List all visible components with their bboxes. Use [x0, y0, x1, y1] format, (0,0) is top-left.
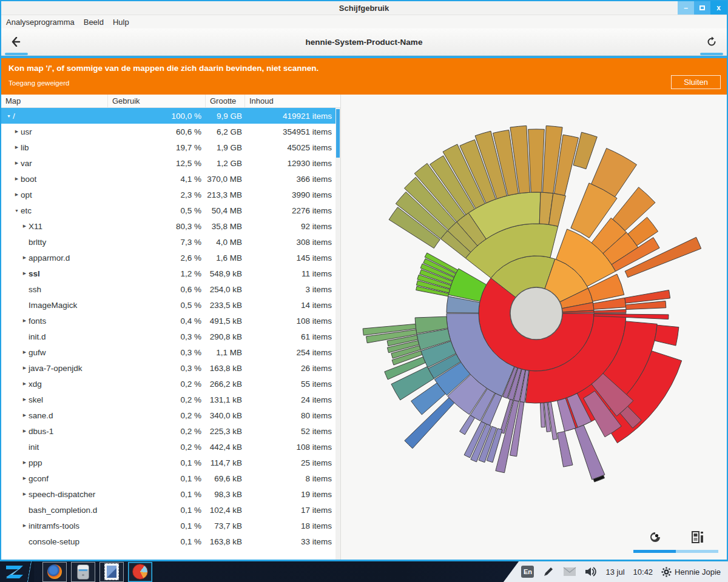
expander-right-icon[interactable]: ▶ — [21, 271, 29, 276]
chart-segment[interactable] — [528, 129, 545, 192]
expander-right-icon[interactable]: ▶ — [21, 492, 29, 497]
expander-right-icon[interactable]: ▶ — [13, 145, 21, 150]
chart-segment[interactable] — [594, 310, 626, 313]
expander-right-icon[interactable]: ▶ — [21, 523, 29, 528]
table-row[interactable]: ▶fonts0,4 %491,5 kB108 items — [1, 313, 335, 329]
rings-chart[interactable] — [341, 95, 727, 558]
close-button[interactable]: x — [710, 1, 727, 15]
table-row[interactable]: ▶gconf0,1 %69,6 kB8 items — [1, 470, 335, 486]
clock-label[interactable]: 10:42 — [633, 567, 653, 577]
folder-name: skel — [29, 395, 43, 404]
keyboard-layout-indicator[interactable]: En — [521, 566, 534, 578]
expander-right-icon[interactable]: ▶ — [21, 397, 29, 402]
table-row[interactable]: init0,2 %442,4 kB108 items — [1, 439, 335, 455]
expander-right-icon[interactable]: ▶ — [21, 350, 29, 355]
maximize-button[interactable] — [694, 1, 710, 15]
menu-hulp[interactable]: Hulp — [113, 18, 129, 27]
chart-segment[interactable] — [460, 415, 475, 435]
user-menu[interactable]: Hennie Jopie — [661, 567, 721, 577]
table-row[interactable]: ▶ppp0,1 %114,7 kB25 items — [1, 455, 335, 470]
expander-right-icon[interactable]: ▶ — [21, 255, 29, 260]
table-row[interactable]: ▶speech-dispatcher0,1 %98,3 kB19 items — [1, 486, 335, 502]
mail-launcher[interactable] — [99, 562, 124, 582]
table-row[interactable]: ▶usr60,6 %6,2 GB354951 items — [1, 124, 335, 139]
folder-name: brltty — [29, 238, 46, 247]
table-row[interactable]: ▶boot4,1 %370,0 MB366 items — [1, 171, 335, 187]
table-row[interactable]: ▶opt2,3 %213,3 MB3990 items — [1, 187, 335, 202]
table-row[interactable]: ▶dbus-10,2 %225,3 kB52 items — [1, 423, 335, 439]
chart-segment[interactable] — [558, 432, 573, 467]
folder-name: fonts — [29, 316, 46, 326]
view-switcher — [633, 528, 718, 556]
table-row[interactable]: ▶apparmor.d2,6 %1,6 MB145 items — [1, 250, 335, 266]
folder-size: 73,7 kB — [206, 521, 245, 530]
table-row[interactable]: bash_completion.d0,1 %102,4 kB17 items — [1, 502, 335, 518]
scrollbar-thumb[interactable] — [336, 109, 340, 158]
minimize-button[interactable]: – — [678, 1, 694, 15]
table-row[interactable]: ImageMagick0,5 %233,5 kB14 items — [1, 297, 335, 313]
table-row[interactable]: ▼/100,0 %9,9 GB419921 items — [1, 108, 335, 124]
expander-right-icon[interactable]: ▶ — [13, 176, 21, 181]
expander-right-icon[interactable]: ▶ — [21, 413, 29, 418]
expander-down-icon[interactable]: ▼ — [13, 209, 21, 213]
chart-segment[interactable] — [575, 425, 605, 480]
expander-right-icon[interactable]: ▶ — [21, 381, 29, 386]
column-header-inhoud[interactable]: Inhoud — [245, 95, 340, 107]
table-row[interactable]: ▶xdg0,2 %266,2 kB55 items — [1, 376, 335, 392]
column-header-grootte[interactable]: Grootte — [206, 95, 245, 107]
expander-right-icon[interactable]: ▶ — [21, 429, 29, 433]
chart-center-circle[interactable] — [510, 287, 562, 340]
table-row[interactable]: ssh0,6 %254,0 kB3 items — [1, 281, 335, 297]
date-label[interactable]: 13 jul — [605, 567, 624, 577]
vertical-scrollbar[interactable] — [335, 108, 340, 560]
treemap-view-button[interactable] — [692, 530, 704, 546]
expander-right-icon[interactable]: ▶ — [21, 318, 29, 323]
refresh-button[interactable] — [704, 34, 720, 50]
volume-icon[interactable] — [585, 566, 597, 577]
table-row[interactable]: ▶skel0,2 %131,1 kB24 items — [1, 392, 335, 407]
usage-percent: 7,3 % — [108, 238, 206, 247]
tree-rows: ▼/100,0 %9,9 GB419921 items▶usr60,6 %6,2… — [1, 108, 335, 560]
rings-chart-view-button[interactable] — [649, 530, 662, 546]
expander-right-icon[interactable]: ▶ — [21, 366, 29, 370]
column-header-gebruik[interactable]: Gebruik — [108, 95, 206, 107]
disk-usage-analyzer-launcher[interactable] — [128, 562, 152, 582]
table-row[interactable]: ▶initramfs-tools0,1 %73,7 kB18 items — [1, 518, 335, 534]
expander-right-icon[interactable]: ▶ — [21, 460, 29, 465]
expander-right-icon[interactable]: ▶ — [13, 161, 21, 166]
item-count: 366 items — [245, 175, 335, 184]
expander-right-icon[interactable]: ▶ — [13, 192, 21, 197]
pen-icon[interactable] — [542, 566, 554, 578]
expander-right-icon[interactable]: ▶ — [21, 476, 29, 481]
table-row[interactable]: ▶var12,5 %1,2 GB12930 items — [1, 155, 335, 171]
folder-name: boot — [21, 175, 36, 184]
firefox-launcher[interactable] — [42, 562, 67, 582]
table-row[interactable]: brltty7,3 %4,0 MB308 items — [1, 234, 335, 250]
table-row[interactable]: ▶lib19,7 %1,9 GB45025 items — [1, 139, 335, 155]
table-row[interactable]: ▶X1180,3 %35,8 MB92 items — [1, 218, 335, 234]
menu-analyseprogramma[interactable]: Analyseprogramma — [6, 18, 75, 27]
table-row[interactable]: init.d0,3 %290,8 kB61 items — [1, 329, 335, 344]
menu-beeld[interactable]: Beeld — [84, 18, 104, 27]
disk-usage-analyzer-icon — [132, 564, 148, 580]
table-row[interactable]: ▼etc0,5 %50,4 MB2276 items — [1, 202, 335, 218]
folder-name: bash_completion.d — [29, 506, 97, 515]
usage-percent: 2,6 % — [108, 253, 206, 263]
table-row[interactable]: ▶gufw0,3 %1,1 MB254 items — [1, 344, 335, 360]
chart-segment[interactable] — [655, 325, 679, 346]
table-row[interactable]: ▶ssl1,2 %548,9 kB11 items — [1, 266, 335, 281]
back-button[interactable] — [10, 34, 25, 50]
item-count: 8 items — [245, 474, 335, 483]
table-row[interactable]: console-setup0,1 %163,8 kB33 items — [1, 534, 335, 549]
expander-right-icon[interactable]: ▶ — [13, 129, 21, 134]
zorin-menu-button[interactable] — [0, 561, 29, 582]
column-header-map[interactable]: Map — [1, 95, 108, 107]
file-manager-launcher[interactable] — [71, 562, 95, 582]
table-row[interactable]: ▶sane.d0,2 %340,0 kB80 items — [1, 407, 335, 423]
table-row[interactable]: ▶java-7-openjdk0,3 %163,8 kB26 items — [1, 360, 335, 376]
mail-tray-icon[interactable] — [563, 567, 576, 577]
expander-down-icon[interactable]: ▼ — [5, 114, 13, 118]
close-warning-button[interactable]: Sluiten — [671, 75, 721, 89]
view-switcher-indicator[interactable] — [633, 550, 718, 553]
expander-right-icon[interactable]: ▶ — [21, 224, 29, 229]
